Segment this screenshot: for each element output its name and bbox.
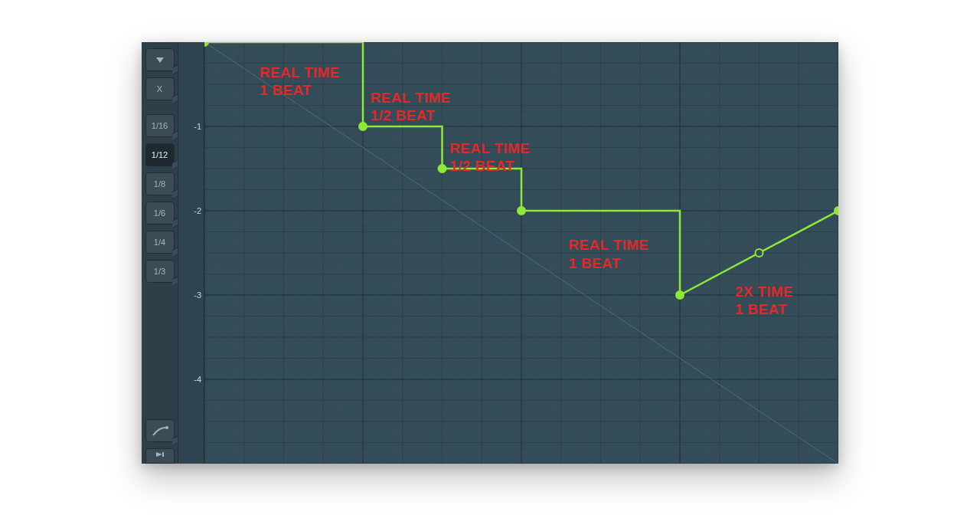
next-tool-button[interactable] (145, 448, 175, 464)
svg-point-1 (165, 426, 168, 429)
automation-node[interactable] (359, 123, 367, 130)
automation-node[interactable] (518, 207, 525, 215)
x-axis-label: X (157, 84, 162, 93)
snap-1-6[interactable]: 1/6 (145, 202, 175, 225)
x-axis-button[interactable]: X (145, 77, 175, 100)
svg-marker-0 (156, 57, 164, 63)
snap-1-8[interactable]: 1/8 (145, 172, 175, 195)
automation-node[interactable] (835, 207, 838, 215)
snap-1-4[interactable]: 1/4 (145, 231, 175, 254)
svg-line-110 (204, 42, 838, 464)
sidebar: X 1/16 1/12 1/8 1/6 1/4 1/3 (142, 42, 178, 464)
y-axis-gutter: -1-2-3-4 (178, 42, 204, 464)
plot-layer (204, 42, 838, 464)
snap-1-3[interactable]: 1/3 (145, 260, 175, 283)
dropdown-button[interactable] (145, 48, 175, 71)
svg-rect-3 (162, 452, 164, 457)
snap-1-12[interactable]: 1/12 (145, 143, 175, 166)
automation-node[interactable] (676, 291, 684, 299)
y-tick-label: -2 (178, 204, 204, 218)
automation-node[interactable] (204, 42, 208, 46)
workarea: -1-2-3-4 REAL TIME 1 BEATREAL TIME 1/2 B… (178, 42, 838, 464)
y-tick-label: -3 (178, 288, 204, 302)
automation-canvas[interactable]: REAL TIME 1 BEATREAL TIME 1/2 BEATREAL T… (204, 42, 838, 464)
curve-tool-button[interactable] (145, 419, 175, 442)
svg-marker-2 (156, 452, 162, 457)
automation-node[interactable] (756, 249, 763, 257)
y-tick-label: -4 (178, 372, 204, 386)
automation-node[interactable] (439, 165, 446, 172)
y-tick-label: -1 (178, 120, 204, 133)
snap-1-16[interactable]: 1/16 (145, 114, 175, 137)
editor-window: X 1/16 1/12 1/8 1/6 1/4 1/3 -1-2-3-4 R (142, 42, 838, 464)
